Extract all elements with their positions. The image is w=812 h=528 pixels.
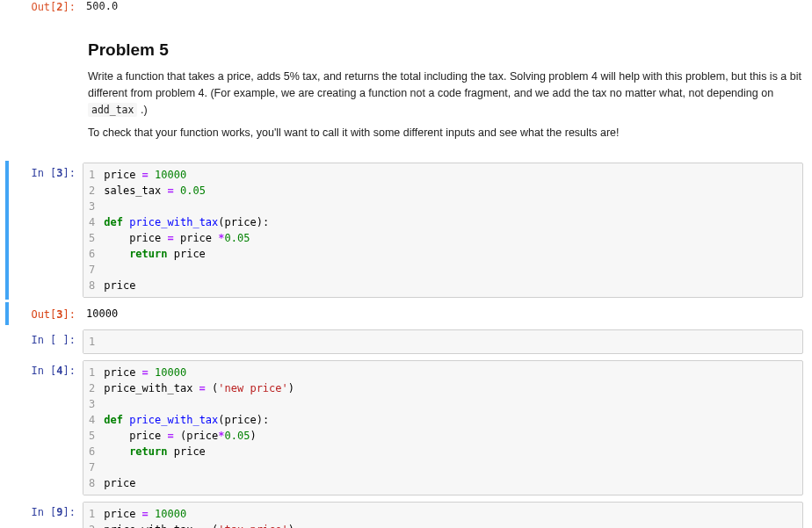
out-prompt-top: Out[2]: [9,0,83,16]
problem-heading: Problem 5 [88,40,803,60]
line-gutter: 12345678 [83,163,100,297]
line-number: 2 [89,183,95,199]
in-prompt-4: In [4]: [9,360,83,495]
code-editor-empty[interactable]: 1 [83,329,803,354]
line-number: 7 [89,459,95,475]
in-prompt-9: In [9]: [9,502,83,528]
code-line[interactable]: price = (price*0.05) [104,428,797,444]
line-number: 5 [89,428,95,444]
line-number: 4 [89,214,95,230]
code-cell-3[interactable]: In [3]: 12345678 price = 10000sales_tax … [5,161,803,300]
output-cell-3: Out[3]: 10000 [5,302,803,325]
code-line[interactable] [104,199,797,214]
line-gutter: 12345678 [83,361,100,495]
notebook: Out[2]: 500.0 Problem 5 Write a function… [9,0,803,528]
code-editor-9[interactable]: 123456789 price = 10000price_with_tax = … [83,502,803,528]
code-cell-empty[interactable]: In [ ]: 1 [9,328,803,356]
line-number: 6 [89,246,95,262]
code-editor-4[interactable]: 12345678 price = 10000price_with_tax = (… [83,360,803,495]
inline-code-addtax: add_tax [88,103,137,117]
code-cell-9[interactable]: In [9]: 123456789 price = 10000price_wit… [9,500,803,528]
code-line[interactable]: price [104,278,797,293]
code-line[interactable]: price [104,475,797,491]
line-number: 4 [89,412,95,428]
in-prompt-3: In [3]: [9,163,83,298]
output-value-top: 500.0 [83,0,803,16]
code-line[interactable]: return price [104,444,797,459]
code-cell-4[interactable]: In [4]: 12345678 price = 10000price_with… [9,358,803,497]
out-prompt-3: Out[3]: [9,304,83,323]
line-number: 1 [89,506,95,522]
line-number: 1 [89,167,95,183]
code-line[interactable]: def price_with_tax(price): [104,412,797,428]
code-line[interactable]: price = 10000 [104,365,797,380]
code-line[interactable]: price_with_tax = ('new price') [104,380,797,396]
line-number: 5 [89,230,95,246]
line-number: 1 [89,334,95,350]
line-number: 7 [89,262,95,278]
line-number: 2 [89,380,95,396]
line-number: 8 [89,278,95,293]
output-value-3: 10000 [83,304,803,323]
in-prompt-empty: In [ ]: [9,329,83,354]
code-line[interactable]: price = 10000 [104,167,797,183]
code-line[interactable] [104,262,797,278]
code-editor-3[interactable]: 12345678 price = 10000sales_tax = 0.05 d… [83,163,803,298]
line-number: 3 [89,199,95,214]
line-number: 8 [89,475,95,491]
code-lines[interactable]: price = 10000price_with_tax = ('tax pric… [100,503,802,528]
line-gutter: 123456789 [83,503,100,528]
code-line[interactable]: price_with_tax = ('tax price') [104,522,797,528]
code-line[interactable]: price = price *0.05 [104,230,797,246]
code-line[interactable] [104,459,797,475]
line-number: 6 [89,444,95,459]
code-line[interactable]: def price_with_tax(price): [104,214,797,230]
markdown-problem-5: Problem 5 Write a function that takes a … [9,21,803,152]
line-gutter: 1 [83,330,100,353]
line-number: 2 [89,522,95,528]
line-number: 1 [89,365,95,380]
code-line[interactable]: price = 10000 [104,506,797,522]
output-cell-top: Out[2]: 500.0 [9,0,803,18]
problem-paragraph-1: Write a function that takes a price, add… [88,69,803,118]
line-number: 3 [89,396,95,412]
code-lines[interactable] [100,330,802,353]
problem-paragraph-2: To check that your function works, you'l… [88,125,803,141]
code-line[interactable] [104,334,797,350]
code-lines[interactable]: price = 10000sales_tax = 0.05 def price_… [100,163,802,297]
code-line[interactable]: sales_tax = 0.05 [104,183,797,199]
code-line[interactable] [104,396,797,412]
code-lines[interactable]: price = 10000price_with_tax = ('new pric… [100,361,802,495]
code-line[interactable]: return price [104,246,797,262]
